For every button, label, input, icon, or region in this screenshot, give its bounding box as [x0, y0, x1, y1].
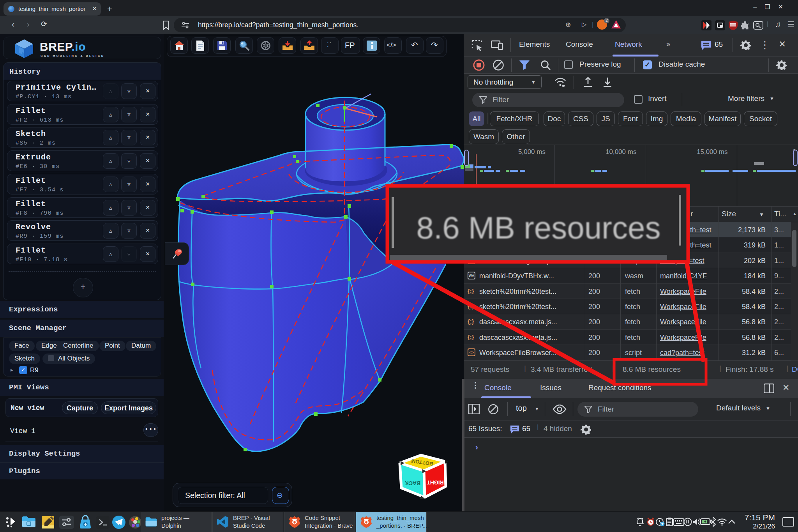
svg-text:RIGHT: RIGHT	[427, 479, 444, 486]
svg-text:BACK: BACK	[405, 480, 420, 486]
